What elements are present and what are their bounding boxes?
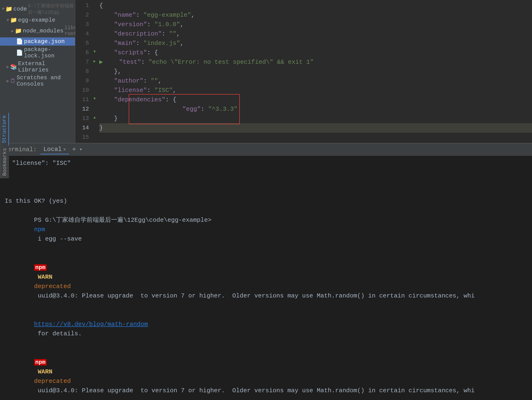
line-num-12: 12: [75, 104, 89, 114]
gutter-9: [92, 75, 97, 85]
run-arrow-icon: ▶: [99, 57, 103, 67]
line-num-11: 11: [75, 95, 89, 104]
line-num-6: 6: [75, 48, 89, 57]
code-line-8: },: [99, 67, 532, 76]
deprecated-label-2: deprecated: [34, 378, 71, 385]
line-num-7: 7: [75, 57, 89, 67]
line-num-8: 8: [75, 67, 89, 76]
code-line-12: "egg": "^3.3.3": [99, 104, 532, 114]
code-lines: 1 2 3 4 5 6 7 8 9 10 11 12 13 14 15: [75, 0, 532, 143]
code-content[interactable]: { "name": "egg-example", "version": "1.0…: [97, 0, 532, 143]
gutter-10: [92, 85, 97, 94]
sidebar-root-path: G:\丁家雄自学前端最后一遍\12Egg: [28, 3, 75, 15]
gutter-12: [92, 103, 97, 113]
code-editor: 1 2 3 4 5 6 7 8 9 10 11 12 13 14 15: [75, 0, 532, 143]
sidebar-item-node-modules[interactable]: ▶ 📁 node_modules library root: [0, 24, 75, 38]
term-warn-2: npm WARN deprecated uuid@3.4.0: Please u…: [5, 348, 527, 400]
gutter: ▼ ▶ ▼ ▲: [92, 0, 97, 143]
terminal-tabs: Terminal: Local ✕ + ▾: [0, 144, 532, 156]
sidebar-ext-libraries-label: External Libraries: [18, 60, 75, 73]
line-num-9: 9: [75, 76, 89, 86]
line-num-15: 15: [75, 133, 89, 142]
code-line-1: {: [99, 1, 532, 10]
code-line-3: "version": "1.0.0",: [99, 20, 532, 29]
code-line-2: "name": "egg-example",: [99, 10, 532, 20]
gutter-7: ▶: [92, 56, 97, 66]
sidebar-item-package-lock-json[interactable]: 📄 package-lock.json: [0, 46, 75, 60]
line-num-3: 3: [75, 20, 89, 29]
gutter-11: ▼: [92, 94, 97, 103]
line-num-2: 2: [75, 10, 89, 20]
terminal-content[interactable]: "license": "ISC" } Is this OK? (yes) PS …: [0, 156, 532, 400]
code-line-14: }: [99, 123, 532, 133]
line-numbers: 1 2 3 4 5 6 7 8 9 10 11 12 13 14 15: [75, 0, 92, 143]
sidebar-root[interactable]: ▼ 📁 code G:\丁家雄自学前端最后一遍\12Egg: [0, 2, 75, 16]
code-line-6: "scripts": {: [99, 48, 532, 57]
gutter-15: [92, 132, 97, 141]
gutter-3: [92, 19, 97, 28]
warn-label-1: WARN: [34, 274, 56, 281]
code-line-4: "description": "",: [99, 29, 532, 38]
sidebar-item-egg-example[interactable]: ▼ 📁 egg-example: [0, 16, 75, 24]
term-link-1: https://v8.dev/blog/math-random for deta…: [5, 310, 527, 348]
json-icon2: 📄: [16, 49, 23, 56]
terminal-add-button[interactable]: +: [71, 146, 78, 153]
term-link-url-1[interactable]: https://v8.dev/blog/math-random: [34, 321, 148, 328]
terminal-dropdown-icon[interactable]: ▾: [79, 146, 82, 153]
sidebar-package-lock-label: package-lock.json: [24, 46, 75, 59]
terminal-tab-close[interactable]: ✕: [63, 146, 66, 152]
sidebar: ▼ 📁 code G:\丁家雄自学前端最后一遍\12Egg ▼ 📁 egg-ex…: [0, 0, 75, 143]
side-labels: Structure Bookmarks: [0, 113, 9, 178]
arrow-right-icon3: ▶: [6, 78, 9, 83]
gutter-2: [92, 9, 97, 19]
sidebar-package-json-label: package.json: [24, 38, 65, 45]
line-num-4: 4: [75, 29, 89, 38]
bookmarks-panel[interactable]: Bookmarks: [0, 146, 9, 178]
app-container: ▼ 📁 code G:\丁家雄自学前端最后一遍\12Egg ▼ 📁 egg-ex…: [0, 0, 532, 400]
gutter-13: ▲: [92, 113, 97, 122]
term-prompt-1: PS G:\丁家雄自学前端最后一遍\12Egg\code\egg-example…: [5, 206, 527, 253]
npm-badge-2: npm: [34, 359, 47, 365]
gutter-5: [92, 38, 97, 47]
term-ps1: PS G:\丁家雄自学前端最后一遍\12Egg\code\egg-example…: [34, 217, 215, 224]
ext-lib-icon: 📚: [10, 63, 17, 70]
term-empty-2: [5, 187, 527, 196]
arrow-right-icon2: ▶: [6, 64, 9, 69]
arrow-down-icon2: ▼: [6, 18, 9, 23]
gutter-4: [92, 28, 97, 38]
term-brace-line: }: [5, 168, 527, 177]
code-line-9: "author": "",: [99, 76, 532, 86]
term-license-line: "license": "ISC": [5, 158, 527, 168]
code-line-10: "license": "ISC",: [99, 86, 532, 95]
deprecated-label-1: deprecated: [34, 283, 71, 290]
arrow-right-icon: ▶: [11, 28, 14, 33]
code-line-5: "main": "index.js",: [99, 38, 532, 48]
gutter-14: [92, 122, 97, 132]
code-line-15: [99, 133, 532, 142]
terminal-tab-local[interactable]: Local ✕: [40, 145, 69, 154]
structure-panel[interactable]: Structure: [0, 113, 9, 146]
folder-icon: 📁: [6, 6, 13, 12]
sidebar-item-scratches[interactable]: ▶ 🗒 Scratches and Consoles: [0, 74, 75, 88]
sidebar-item-package-json[interactable]: 📄 package.json: [0, 38, 75, 46]
warn-label-2: WARN: [34, 368, 56, 375]
code-line-7: ▶ "test": "echo \"Error: no test specifi…: [99, 57, 532, 67]
term-warn-1: npm WARN deprecated uuid@3.4.0: Please u…: [5, 253, 527, 310]
sidebar-egg-example-label: egg-example: [18, 17, 55, 23]
arrow-down-icon: ▼: [2, 6, 5, 11]
sidebar-scratches-label: Scratches and Consoles: [17, 75, 75, 87]
term-empty-1: [5, 178, 527, 187]
sidebar-item-external-libraries[interactable]: ▶ 📚 External Libraries: [0, 60, 75, 74]
npm-badge-1: npm: [34, 264, 47, 271]
folder-icon2: 📁: [10, 17, 17, 24]
line-num-5: 5: [75, 38, 89, 48]
folder-icon3: 📁: [15, 27, 22, 34]
scratch-icon: 🗒: [10, 78, 16, 84]
gutter-6: ▼: [92, 47, 97, 56]
sidebar-node-modules-label: node_modules: [23, 28, 63, 34]
line-num-13: 13: [75, 114, 89, 123]
json-icon: 📄: [16, 38, 23, 45]
sidebar-root-label: code: [13, 6, 27, 12]
line-num-10: 10: [75, 86, 89, 95]
terminal-tab-local-label: Local: [43, 146, 62, 153]
